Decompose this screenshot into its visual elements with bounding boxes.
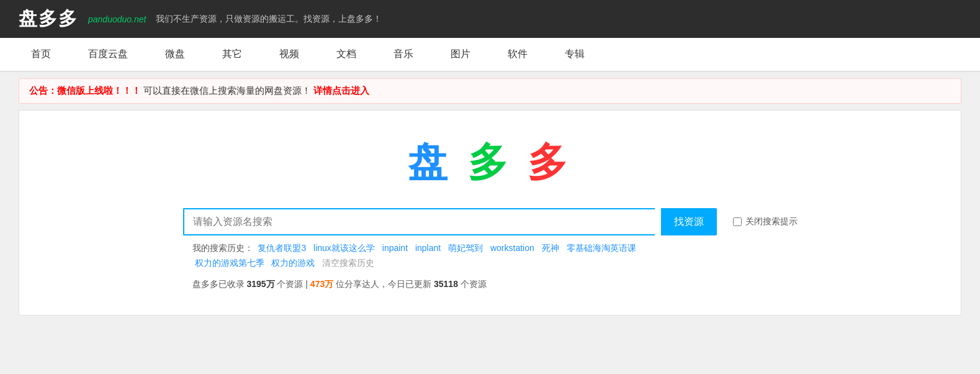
history-label: 我的搜索历史：	[192, 243, 253, 253]
stats-prefix: 盘多多已收录	[192, 279, 245, 289]
nav-item-image[interactable]: 图片	[432, 38, 489, 71]
header: 盘多多 panduoduo.net 我们不生产资源，只做资源的搬运工。找资源，上…	[0, 0, 980, 38]
history-item-0[interactable]: 复仇者联盟3	[258, 243, 306, 253]
announcement-middle: 可以直接在微信上搜索海量的网盘资源！	[143, 85, 311, 96]
history-item-5[interactable]: workstation	[490, 243, 534, 253]
announcement-prefix: 公告：微信版上线啦！！！	[29, 85, 141, 96]
search-history: 我的搜索历史： 复仇者联盟3 linux就该这么学 inpaint inplan…	[192, 243, 788, 254]
big-logo: 盘 多 多	[32, 135, 948, 189]
history-item-4[interactable]: 萌妃驾到	[448, 243, 483, 253]
big-logo-duo2: 多	[528, 140, 572, 185]
search-wrapper: 找资源 关闭搜索提示	[183, 208, 798, 235]
nav-item-album[interactable]: 专辑	[546, 38, 603, 71]
history-item-9[interactable]: 权力的游戏	[271, 258, 315, 268]
stats-middle2: 位分享达人，今日已更新	[336, 279, 431, 289]
main-content: 盘 多 多 找资源 关闭搜索提示 我的搜索历史： 复仇者联盟3 linux就该这…	[19, 110, 961, 316]
nav-item-other[interactable]: 其它	[204, 38, 261, 71]
big-logo-pan: 盘	[408, 140, 452, 185]
stats-num3: 35118	[434, 279, 458, 289]
nav-item-video[interactable]: 视频	[261, 38, 318, 71]
history-item-8[interactable]: 权力的游戏第七季	[195, 258, 264, 268]
stats-num2: 473万	[310, 279, 333, 289]
nav-item-doc[interactable]: 文档	[318, 38, 375, 71]
nav-item-software[interactable]: 软件	[489, 38, 546, 71]
search-option-checkbox[interactable]	[733, 217, 742, 226]
nav-item-home[interactable]: 首页	[12, 38, 70, 71]
announcement-link[interactable]: 详情点击进入	[313, 85, 369, 96]
stats-line: 盘多多已收录 3195万 个资源 | 473万 位分享达人，今日已更新 3511…	[192, 279, 788, 290]
history-item-7[interactable]: 零基础海淘英语课	[567, 243, 636, 253]
nav-item-baidu[interactable]: 百度云盘	[70, 38, 146, 71]
history-item-6[interactable]: 死神	[542, 243, 559, 253]
history-item-1[interactable]: linux就该这么学	[313, 243, 375, 253]
nav-item-music[interactable]: 音乐	[375, 38, 432, 71]
history-clear[interactable]: 清空搜索历史	[322, 258, 374, 268]
stats-num1: 3195万	[246, 279, 274, 289]
search-button[interactable]: 找资源	[661, 208, 717, 235]
search-option[interactable]: 关闭搜索提示	[733, 216, 798, 227]
big-logo-duo1: 多	[468, 140, 513, 185]
search-container: 找资源 关闭搜索提示	[192, 208, 788, 235]
nav-item-weipan[interactable]: 微盘	[146, 38, 204, 71]
nav: 首页 百度云盘 微盘 其它 视频 文档 音乐 图片 软件 专辑	[0, 38, 980, 72]
header-logo: 盘多多	[19, 6, 78, 32]
header-site: panduoduo.net	[88, 14, 146, 24]
stats-middle1: 个资源 |	[277, 279, 310, 289]
history-item-2[interactable]: inpaint	[382, 243, 408, 253]
search-input[interactable]	[183, 208, 655, 235]
search-history-line2: 权力的游戏第七季 权力的游戏 清空搜索历史	[192, 258, 788, 269]
history-item-3[interactable]: inplant	[415, 243, 441, 253]
announcement-bar: 公告：微信版上线啦！！！ 可以直接在微信上搜索海量的网盘资源！ 详情点击进入	[19, 78, 961, 104]
search-option-label: 关闭搜索提示	[745, 216, 798, 227]
header-slogan: 我们不生产资源，只做资源的搬运工。找资源，上盘多多！	[156, 14, 382, 25]
stats-suffix: 个资源	[461, 279, 487, 289]
